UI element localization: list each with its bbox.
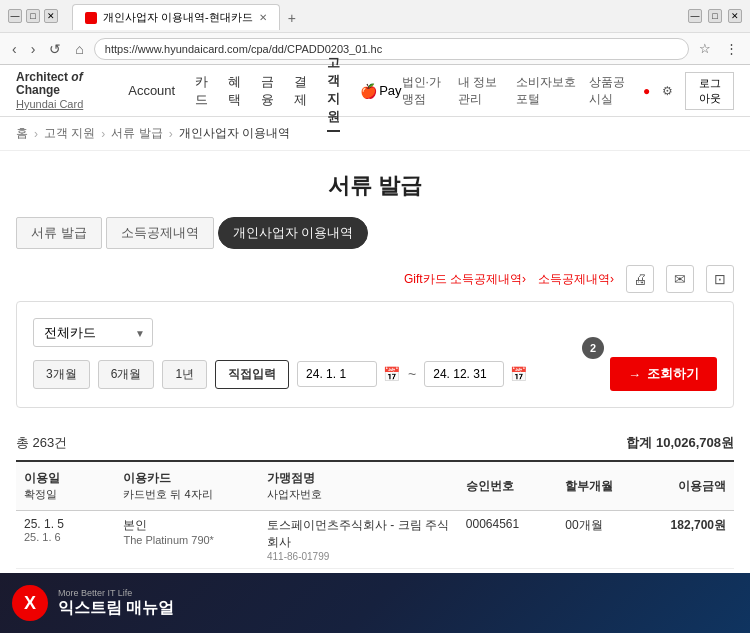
banner-main-text: 익스트림 매뉴얼 — [58, 598, 174, 619]
tab-income-deduction[interactable]: 소득공제내역 — [106, 217, 214, 249]
nav-card[interactable]: 카드 — [195, 69, 208, 113]
nav-menu: Account 카드 혜택 금융 결제 고객 지원 🍎 Pay — [128, 50, 401, 132]
star-btn[interactable]: ☆ — [695, 39, 715, 58]
cell-approval: 00064561 — [458, 511, 557, 569]
maximize-btn[interactable]: □ — [26, 9, 40, 23]
cell-card: 본인The Platinum 790* — [115, 511, 259, 569]
forward-button[interactable]: › — [27, 39, 40, 59]
page-content: 서류 발급 서류 발급 소득공제내역 개인사업자 이용내역 Gift카드 소득공… — [0, 151, 750, 633]
breadcrumb-home[interactable]: 홈 — [16, 125, 28, 142]
date-to-input[interactable] — [424, 361, 504, 387]
filter-inner: 3개월 6개월 1년 직접입력 📅 ~ 📅 2 → 조회하기 — [33, 357, 717, 391]
income-link[interactable]: 소득공제내역› — [538, 271, 614, 288]
window-maximize[interactable]: □ — [708, 9, 722, 23]
nav-myinfo[interactable]: 내 정보 관리 — [458, 74, 505, 108]
site-header: Architect of Change Hyundai Card Account… — [0, 65, 750, 117]
banner-text-wrap: More Better IT Life 익스트림 매뉴얼 — [58, 588, 174, 619]
nav-corporate[interactable]: 법인∙가맹점 — [402, 74, 446, 108]
print-icon[interactable]: 🖨 — [626, 265, 654, 293]
apple-pay[interactable]: 🍎 Pay — [360, 83, 401, 99]
table-header-row: 이용일 확정일 이용카드 카드번호 뒤 4자리 가맹점명 사업자번호 승인번호 … — [16, 461, 734, 511]
nav-finance[interactable]: 금융 — [261, 69, 274, 113]
period-3months[interactable]: 3개월 — [33, 360, 90, 389]
page-title: 서류 발급 — [16, 151, 734, 217]
calendar-from-icon[interactable]: 📅 — [383, 366, 400, 382]
bottom-banner: X More Better IT Life 익스트림 매뉴얼 — [0, 573, 750, 633]
tab-doc-issuance[interactable]: 서류 발급 — [16, 217, 102, 249]
date-to-wrap: 📅 — [424, 361, 527, 387]
settings-icon[interactable]: ⚙ — [662, 84, 673, 98]
search-button-label: 조회하기 — [647, 365, 699, 383]
browser-titlebar: — □ ✕ 개인사업자 이용내역-현대카드 ✕ + — □ ✕ — [0, 0, 750, 32]
tab-business-history[interactable]: 개인사업자 이용내역 — [218, 217, 369, 249]
logout-button[interactable]: 로그아웃 — [685, 72, 734, 110]
apple-icon: 🍎 — [360, 83, 377, 99]
active-tab[interactable]: 개인사업자 이용내역-현대카드 ✕ — [72, 4, 280, 30]
result-total: 합계 10,026,708원 — [626, 434, 734, 452]
email-icon[interactable]: ✉ — [666, 265, 694, 293]
filter-box: 전체카드 ▼ 3개월 6개월 1년 직접입력 📅 ~ 📅 — [16, 301, 734, 408]
date-separator: ~ — [408, 366, 416, 382]
nav-account[interactable]: Account — [128, 79, 175, 102]
cell-installment: 00개월 — [557, 511, 634, 569]
cell-amount: 182,700원 — [635, 511, 734, 569]
breadcrumb-docs[interactable]: 서류 발급 — [111, 125, 162, 142]
search-arrow-icon: → — [628, 367, 641, 382]
th-date: 이용일 확정일 — [16, 461, 115, 511]
breadcrumb-sep2: › — [101, 127, 105, 141]
more-btn[interactable]: ⋮ — [721, 39, 742, 58]
nav-support[interactable]: 고객 지원 — [327, 50, 340, 132]
gift-card-link[interactable]: Gift카드 소득공제내역› — [404, 271, 526, 288]
logo-line1: Architect of Change — [16, 71, 104, 97]
period-1year[interactable]: 1년 — [162, 360, 207, 389]
browser-controls: — □ ✕ — [8, 9, 58, 23]
refresh-button[interactable]: ↺ — [45, 39, 65, 59]
card-select-wrap: 전체카드 ▼ — [33, 318, 153, 347]
back-button[interactable]: ‹ — [8, 39, 21, 59]
dot-indicator: ● — [643, 84, 650, 98]
window-close[interactable]: ✕ — [728, 9, 742, 23]
th-card: 이용카드 카드번호 뒤 4자리 — [115, 461, 259, 511]
date-from-input[interactable] — [297, 361, 377, 387]
nav-consumer[interactable]: 소비자보호 포털 — [516, 74, 577, 108]
cell-date: 25. 1. 525. 1. 6 — [16, 511, 115, 569]
period-direct[interactable]: 직접입력 — [215, 360, 289, 389]
header-right: 법인∙가맹점 내 정보 관리 소비자보호 포털 상품공시실 ● ⚙ 로그아웃 — [402, 72, 734, 110]
tab-favicon — [85, 12, 97, 24]
apple-pay-label: Pay — [379, 83, 401, 98]
banner-sub-text: More Better IT Life — [58, 588, 174, 598]
close-btn[interactable]: ✕ — [44, 9, 58, 23]
doc-tabs: 서류 발급 소득공제내역 개인사업자 이용내역 — [16, 217, 734, 249]
nav-payment[interactable]: 결제 — [294, 69, 307, 113]
nav-products[interactable]: 상품공시실 — [589, 74, 631, 108]
date-from-wrap: 📅 — [297, 361, 400, 387]
window-minimize[interactable]: — — [688, 9, 702, 23]
logo-brand: Hyundai Card — [16, 98, 83, 110]
th-merchant: 가맹점명 사업자번호 — [259, 461, 458, 511]
th-approval: 승인번호 — [458, 461, 557, 511]
tab-title: 개인사업자 이용내역-현대카드 — [103, 10, 253, 25]
result-summary: 총 263건 합계 10,026,708원 — [16, 424, 734, 460]
breadcrumb-current: 개인사업자 이용내역 — [179, 125, 290, 142]
period-6months[interactable]: 6개월 — [98, 360, 155, 389]
th-amount: 이용금액 — [635, 461, 734, 511]
banner-logo: X — [12, 585, 48, 621]
nav-benefit[interactable]: 혜택 — [228, 69, 241, 113]
search-btn-wrap: 2 → 조회하기 — [610, 357, 717, 391]
calendar-to-icon[interactable]: 📅 — [510, 366, 527, 382]
search-button[interactable]: → 조회하기 — [610, 357, 717, 391]
annotation-circle-2: 2 — [582, 337, 604, 359]
th-installment: 할부개월 — [557, 461, 634, 511]
result-count: 총 263건 — [16, 434, 67, 452]
tab-close-btn[interactable]: ✕ — [259, 12, 267, 23]
logo[interactable]: Architect of Change Hyundai Card — [16, 71, 104, 109]
filter-row-period: 3개월 6개월 1년 직접입력 📅 ~ 📅 2 → 조회하기 — [33, 357, 717, 391]
home-button[interactable]: ⌂ — [71, 39, 87, 59]
table-row: 25. 1. 525. 1. 6 본인The Platinum 790* 토스페… — [16, 511, 734, 569]
card-select[interactable]: 전체카드 — [33, 318, 153, 347]
breadcrumb-support[interactable]: 고객 지원 — [44, 125, 95, 142]
minimize-btn[interactable]: — — [8, 9, 22, 23]
filter-row-card: 전체카드 ▼ — [33, 318, 717, 347]
download-icon[interactable]: ⊡ — [706, 265, 734, 293]
new-tab-btn[interactable]: + — [280, 6, 304, 30]
